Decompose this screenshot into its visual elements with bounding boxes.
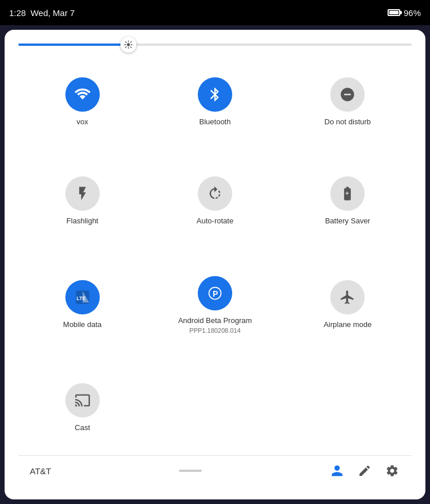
- tile-bluetooth[interactable]: Bluetooth: [151, 55, 279, 149]
- svg-line-5: [126, 42, 126, 42]
- brightness-track-filled: [18, 44, 136, 46]
- rotate-icon-circle: [198, 176, 232, 211]
- user-icon-button[interactable]: [329, 463, 345, 479]
- wifi-icon: [75, 86, 91, 103]
- bluetooth-icon-circle: [198, 77, 232, 112]
- battery-saver-icon-circle: [330, 176, 365, 211]
- brightness-thumb[interactable]: [120, 37, 136, 53]
- tiles-grid: vox Bluetooth Do not disturb: [14, 55, 416, 455]
- settings-icon: [385, 464, 399, 478]
- svg-text:LTE: LTE: [76, 295, 85, 301]
- lte-icon-circle: LTE: [65, 280, 100, 314]
- tile-mobile-data-label: Mobile data: [63, 320, 101, 330]
- svg-text:P: P: [213, 289, 218, 298]
- dnd-icon-circle: [330, 77, 365, 112]
- battery-saver-icon: [339, 186, 355, 202]
- tile-flashlight-label: Flashlight: [67, 216, 99, 226]
- status-bar: 1:28 Wed, Mar 7 96%: [0, 0, 430, 25]
- status-left: 1:28 Wed, Mar 7: [9, 8, 75, 18]
- time: 1:28: [9, 8, 26, 18]
- svg-point-0: [127, 43, 130, 46]
- airplane-icon: [339, 289, 355, 305]
- lte-icon: LTE: [75, 289, 91, 305]
- tile-dnd-label: Do not disturb: [325, 117, 371, 127]
- bottom-actions: [329, 463, 400, 479]
- tile-flashlight[interactable]: Flashlight: [18, 154, 146, 249]
- edit-icon-button[interactable]: [357, 463, 373, 479]
- tile-wifi-label: vox: [77, 117, 88, 127]
- nav-handle: [179, 470, 202, 472]
- tile-wifi[interactable]: vox: [18, 55, 146, 149]
- date: Wed, Mar 7: [30, 8, 75, 18]
- tile-beta-sublabel: PPP1.180208.014: [189, 327, 240, 334]
- flashlight-icon: [75, 186, 91, 202]
- tile-cast[interactable]: Cast: [18, 361, 146, 455]
- rotate-icon: [207, 186, 223, 202]
- airplane-icon-circle: [330, 280, 365, 314]
- dnd-icon: [339, 86, 355, 103]
- flashlight-icon-circle: [65, 176, 100, 211]
- settings-icon-button[interactable]: [384, 463, 400, 479]
- svg-line-6: [131, 47, 131, 48]
- svg-line-8: [126, 47, 126, 48]
- cast-icon: [75, 392, 91, 408]
- tile-beta-label: Android Beta Program: [178, 316, 252, 326]
- tile-battery-saver[interactable]: Battery Saver: [284, 154, 412, 249]
- tile-battery-saver-label: Battery Saver: [325, 216, 370, 226]
- tile-airplane-mode[interactable]: Airplane mode: [284, 254, 412, 356]
- carrier-name: AT&T: [30, 466, 51, 476]
- bottom-bar: AT&T: [18, 455, 412, 486]
- cast-icon-circle: [65, 383, 100, 418]
- edit-icon: [358, 464, 372, 478]
- tile-bluetooth-label: Bluetooth: [200, 117, 231, 127]
- battery-percentage: 96%: [404, 8, 421, 18]
- wifi-icon-circle: [65, 77, 100, 112]
- brightness-row[interactable]: [14, 39, 416, 55]
- quick-settings-panel: vox Bluetooth Do not disturb: [5, 30, 425, 499]
- brightness-icon: [124, 40, 133, 49]
- tile-airplane-label: Airplane mode: [323, 320, 372, 330]
- tile-mobile-data[interactable]: LTE Mobile data: [18, 254, 146, 356]
- tile-autorotate[interactable]: Auto-rotate: [151, 154, 279, 249]
- tile-cast-label: Cast: [75, 423, 90, 433]
- tile-dnd[interactable]: Do not disturb: [284, 55, 412, 149]
- beta-icon: P: [207, 285, 223, 301]
- status-right: 96%: [388, 8, 421, 18]
- brightness-slider[interactable]: [18, 44, 412, 46]
- tile-autorotate-label: Auto-rotate: [197, 216, 233, 226]
- user-icon: [329, 463, 345, 479]
- beta-icon-circle: P: [198, 276, 232, 310]
- bluetooth-icon: [207, 86, 223, 103]
- battery-icon: [388, 9, 400, 16]
- svg-line-7: [131, 42, 131, 42]
- tile-beta-program[interactable]: P Android Beta Program PPP1.180208.014: [151, 254, 279, 356]
